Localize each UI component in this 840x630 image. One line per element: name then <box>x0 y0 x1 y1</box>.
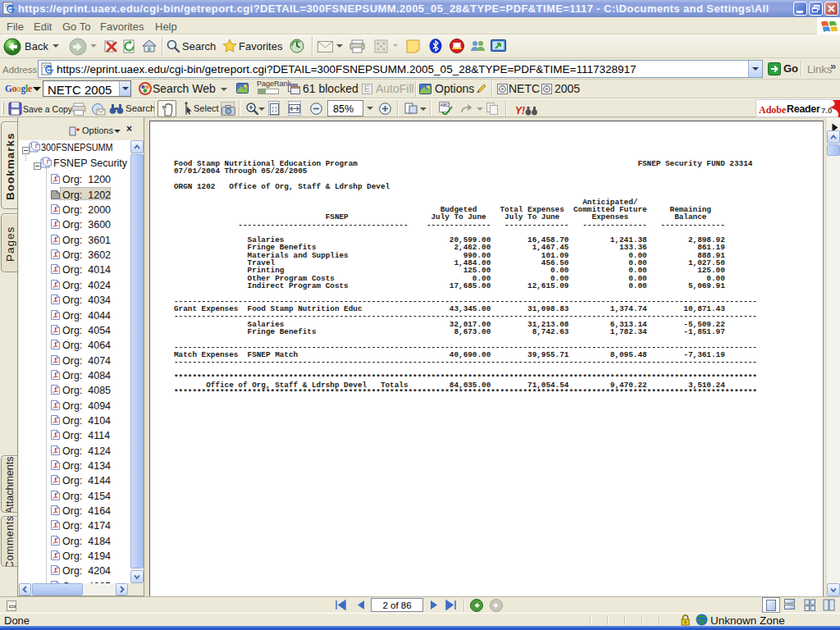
svg-text:E: E <box>364 84 370 94</box>
svg-text:ABC: ABC <box>441 103 450 107</box>
